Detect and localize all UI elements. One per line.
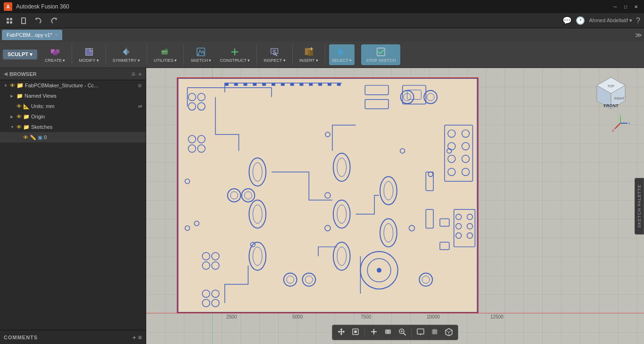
sculpt-button[interactable]: SCULPT ▾ [3,50,37,59]
svg-rect-17 [271,48,278,53]
inspect-button[interactable]: INSPECT ▾ [261,44,288,65]
svg-point-145 [387,331,389,333]
svg-rect-78 [272,83,275,86]
svg-marker-160 [446,328,452,332]
viewcube-toggle-button[interactable] [443,327,455,338]
toolbar: SCULPT ▾ CREATE ▾ MODIFY ▾ [0,42,644,68]
browser-item-root[interactable]: ▼ 👁 📁 FabPCBMaker_Structure - Cc... ⚙ [0,80,146,91]
select-label: SELECT ▾ [332,58,352,63]
zoom-icon [398,327,406,336]
create-button[interactable]: CREATE ▾ [42,44,68,65]
select-button[interactable]: SELECT ▾ [329,44,355,65]
display-button[interactable] [414,327,427,338]
browser-item-sketches[interactable]: ▼ 👁 📁 Sketches [0,122,146,132]
construct-button[interactable]: CONSTRUCT ▾ [217,44,253,65]
svg-rect-6 [53,51,57,55]
undo-icon [35,17,42,25]
display-icon [416,327,425,336]
snap-icon [351,327,360,336]
redo-button[interactable] [47,16,60,25]
stop-sketch-button[interactable]: STOP SKETCH [361,44,400,65]
browser-action-settings[interactable]: ≡ [132,70,135,78]
sep6 [292,44,293,65]
utilities-button[interactable]: UTILITIES ▾ [151,44,180,65]
grid-settings-icon [430,327,439,336]
visibility-icon-origin[interactable]: 👁 [17,114,22,119]
minimize-button[interactable]: ─ [611,3,619,10]
item-label-sketches: Sketches [31,124,142,130]
svg-rect-74 [234,83,238,86]
utilities-group: UTILITIES ▾ [151,44,180,65]
units-toggle[interactable]: ⇄ [138,104,142,109]
svg-text:Z: Z [612,128,614,133]
browser-item-units[interactable]: 👁 📐 Units: mm ⇄ [0,101,146,111]
undo-button[interactable] [32,16,45,25]
viewcube-toggle-icon [445,327,453,336]
tab-close-button[interactable]: × [55,33,58,38]
move-icon [337,327,346,336]
inspect-icon [269,47,280,57]
zoom-button[interactable] [396,327,408,338]
svg-point-142 [373,331,375,333]
chat-icon[interactable]: 💬 [562,16,572,25]
visibility-icon-sketches[interactable]: 👁 [17,124,22,130]
item-label-root: FabPCBMaker_Structure - Cc... [25,83,136,88]
file-menu[interactable] [17,16,30,25]
utilities-label: UTILITIES ▾ [154,58,177,63]
snap-button[interactable] [349,327,362,338]
orbit-button[interactable] [382,327,394,338]
visibility-icon-units[interactable]: 👁 [17,103,22,109]
pan-button[interactable] [368,327,380,338]
symmetry-icon [121,47,132,57]
maximize-button[interactable]: □ [621,3,630,10]
svg-rect-79 [281,83,285,86]
browser-item-sketch-0[interactable]: 👁 ✏️ ▣ 0 [0,132,146,143]
bottom-sep-1 [364,328,365,337]
tab-expand-button[interactable]: ≫ [635,31,642,39]
svg-rect-83 [318,83,322,86]
browser-item-origin[interactable]: ▶ 👁 📁 Origin [0,111,146,122]
redo-icon [50,17,58,25]
svg-text:TOP: TOP [608,84,615,88]
sep4 [183,44,184,65]
close-button[interactable]: ✕ [632,3,640,10]
tab-bar: FabPCBM...opy v1* × ≫ [0,28,644,42]
active-tab[interactable]: FabPCBM...opy v1* × [2,30,62,40]
scale-h-5000: 5000 [292,314,303,319]
menu-grid-button[interactable] [4,17,15,25]
tree-arrow-sketches: ▼ [10,125,15,129]
modify-group: MODIFY ▾ [76,44,101,65]
visibility-icon-root[interactable]: 👁 [10,83,15,88]
help-icon[interactable]: ? [636,17,640,25]
comments-expand-button[interactable]: + [132,334,136,341]
viewport[interactable]: 2500 5000 7500 10000 12500 2500 [146,68,644,344]
svg-rect-77 [262,83,266,86]
item-settings-root[interactable]: ⚙ [138,83,142,88]
modify-label: MODIFY ▾ [79,58,99,63]
sketch-button[interactable]: SKETCH ▾ [188,44,214,65]
comments-label: COMMENTS [4,335,38,340]
view-cube[interactable]: FRONT RIGHT TOP X Y Z [592,75,630,113]
insert-button[interactable]: INSERT ▾ [297,44,321,65]
select-icon [337,47,347,57]
history-icon[interactable]: 🕐 [576,16,585,25]
browser-item-named-views[interactable]: ▶ 📁 Named Views [0,91,146,101]
file-icon [20,17,27,25]
user-button[interactable]: Ahmed Abdellatif ▾ [589,17,632,24]
move-tool-button[interactable] [335,327,347,338]
browser-collapse-button[interactable]: ◀ [4,71,8,76]
symmetry-label: SYMMETRY ▾ [113,58,140,63]
main-layout: ◀ BROWSER ≡ + ▼ 👁 📁 FabPCBMaker_Structur… [0,68,644,344]
modify-button[interactable]: MODIFY ▾ [76,44,101,65]
sep5 [256,44,257,65]
visibility-icon-sketch-0[interactable]: 👁 [23,134,28,140]
bottom-sep-2 [411,328,412,337]
sketch-palette-tab[interactable]: SKETCH PALETTE [635,178,644,235]
svg-rect-75 [243,83,247,86]
browser-action-add[interactable]: + [138,70,142,78]
comments-menu-button[interactable]: ≡ [138,334,142,341]
title-bar: A Autodesk Fusion 360 ─ □ ✕ [0,0,644,13]
symmetry-button[interactable]: SYMMETRY ▾ [110,44,143,65]
svg-rect-81 [299,83,303,86]
grid-settings-button[interactable] [429,327,441,338]
